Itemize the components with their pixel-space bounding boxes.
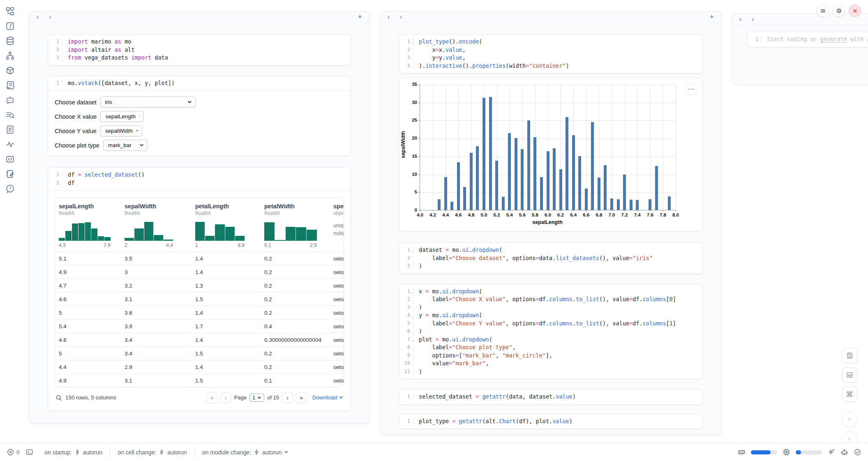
on-module-change-mode[interactable]: on module change: autorun (195, 449, 296, 456)
code-editor[interactable]: 1⌄dataset = mo.ui.dropdown(2 label="Choo… (399, 243, 702, 274)
column-next-button[interactable]: › (49, 14, 61, 20)
fold-caret-icon[interactable]: ⌄ (411, 246, 413, 255)
code-line[interactable]: 10 value="mark_bar", (399, 360, 702, 368)
column-header-sepalLength[interactable]: sepalLengthfloat644.37.9 (55, 203, 121, 251)
code-editor[interactable]: 1⌄x = mo.ui.dropdown(2 label="Choose X v… (399, 284, 702, 379)
cell-selected-dataset[interactable]: 1selected_dataset = getattr(data, datase… (399, 389, 703, 405)
table-row[interactable]: 4.42.91.40.2setosa (55, 360, 344, 373)
stop-button[interactable] (842, 412, 857, 427)
cell-dataset-dropdown[interactable]: 1⌄dataset = mo.ui.dropdown(2 label="Choo… (399, 242, 703, 274)
x-value-select[interactable]: sepalLength (100, 111, 144, 122)
code-line[interactable]: 4).interactive().properties(width="conta… (399, 62, 702, 70)
code-line[interactable]: 3 y=y.value, (399, 54, 702, 62)
altair-bar-chart[interactable]: 4.04.24.44.64.85.05.25.45.65.86.06.26.46… (420, 85, 675, 210)
page-select[interactable]: 1 (249, 394, 264, 402)
code-line[interactable]: 8 label="Choose plot type", (399, 343, 702, 352)
search-logs-icon[interactable] (5, 110, 15, 120)
on-startup-mode[interactable]: on startup: autorun (37, 449, 110, 456)
chart-menu-button[interactable] (685, 83, 697, 95)
scratchpad-icon[interactable] (5, 169, 15, 179)
code-line[interactable]: 1⌄plot_type().encode( (399, 38, 702, 46)
code-line[interactable]: 9 options=["mark_bar", "mark_circle"], (399, 352, 702, 360)
cell-vstack[interactable]: 1mo.vstack([dataset, x, y, plot]) Choose… (48, 76, 351, 157)
table-row[interactable]: 4.73.21.30.2setosa (55, 279, 344, 292)
code-line[interactable]: 6) (399, 327, 702, 336)
fold-caret-icon[interactable]: ⌄ (411, 336, 413, 345)
column-next-button[interactable]: › (400, 14, 412, 20)
table-row[interactable]: 4.931.40.2setosa (55, 265, 344, 279)
column-next-button[interactable]: › (752, 16, 764, 23)
code-line[interactable]: 1plot_type = getattr(alt.Chart(df), plot… (399, 417, 702, 426)
ai-sparkle-icon[interactable] (827, 448, 835, 456)
code-line[interactable]: 4⌄y = mo.ui.dropdown( (399, 311, 702, 320)
y-value-select[interactable]: sepalWidth (100, 125, 142, 136)
fold-caret-icon[interactable]: ⌄ (411, 288, 413, 297)
cell-plot[interactable]: 1⌄plot_type().encode(2 x=x.value,3 y=y.v… (399, 34, 703, 74)
code-line[interactable]: 1 Start coding or generate with AI (747, 35, 868, 44)
download-button[interactable]: Download (312, 394, 343, 401)
table-row[interactable]: 5.13.51.40.2setosa (55, 251, 344, 265)
dataset-select[interactable]: iris (100, 97, 196, 108)
generate-with-ai-link[interactable]: generate (820, 36, 847, 42)
next-page-button[interactable]: › (282, 392, 293, 403)
code-line[interactable]: 3) (399, 304, 702, 312)
search-icon[interactable] (55, 394, 62, 401)
ai-chat-icon[interactable] (5, 95, 15, 105)
on-cell-change-mode[interactable]: on cell change: autorun (110, 449, 194, 456)
table-row[interactable]: 4.93.11.50.1setosa (55, 373, 344, 387)
logs-icon[interactable] (5, 81, 15, 90)
add-cell-button[interactable]: + (709, 13, 714, 21)
command-palette-button[interactable]: ⌘ (842, 387, 857, 402)
last-page-button[interactable]: » (296, 392, 307, 403)
settings-button[interactable] (833, 5, 845, 17)
table-row[interactable]: 4.63.11.50.2setosa (55, 292, 344, 306)
help-icon[interactable]: ? (5, 184, 15, 194)
code-editor[interactable]: 1import marimo as mo2import altair as al… (48, 35, 351, 65)
connection-status-icon[interactable] (854, 448, 861, 456)
code-line[interactable]: 1df = selected_dataset() (48, 171, 351, 179)
column-header-sepalWidth[interactable]: sepalWidthfloat6424.4 (121, 203, 192, 251)
layout-button[interactable] (842, 367, 857, 383)
column-header-petalLength[interactable]: petalLengthfloat6416.9 (192, 203, 261, 251)
file-explorer-icon[interactable] (5, 7, 15, 16)
code-line[interactable]: 2 label="Choose X value", options=df.col… (399, 295, 702, 304)
code-editor[interactable]: 1plot_type = getattr(alt.Chart(df), plot… (399, 414, 702, 429)
cell-imports[interactable]: 1import marimo as mo2import altair as al… (48, 34, 351, 66)
terminal-icon[interactable] (25, 448, 33, 456)
code-line[interactable]: 2import altair as alt (48, 46, 351, 54)
fold-caret-icon[interactable]: ⌄ (411, 38, 413, 47)
code-line[interactable]: 3from vega_datasets import data (48, 54, 351, 62)
menu-button[interactable] (817, 5, 829, 17)
code-line[interactable]: 11) (399, 368, 702, 376)
fold-caret-icon[interactable]: ⌄ (411, 311, 413, 320)
code-line[interactable]: 1import marimo as mo (48, 38, 351, 46)
code-editor[interactable]: 1selected_dataset = getattr(data, datase… (399, 390, 702, 404)
cell-empty[interactable]: 1 Start coding or generate with AI (747, 32, 868, 47)
code-editor[interactable]: 1⌄plot_type().encode(2 x=x.value,3 y=y.v… (399, 35, 702, 73)
snippets-icon[interactable] (5, 154, 15, 164)
code-line[interactable]: 1selected_dataset = getattr(data, datase… (399, 393, 702, 401)
code-line[interactable]: 1⌄dataset = mo.ui.dropdown( (399, 246, 702, 254)
code-editor[interactable]: 1mo.vstack([dataset, x, y, plot]) (48, 76, 351, 91)
functions-icon[interactable]: f (5, 21, 15, 31)
dependency-graph-icon[interactable] (5, 51, 15, 60)
errors-icon[interactable] (7, 448, 14, 456)
close-button[interactable] (849, 5, 861, 17)
code-line[interactable]: 3) (399, 262, 702, 270)
code-editor[interactable]: 1df = selected_dataset()2df (48, 168, 351, 190)
code-line[interactable]: 1mo.vstack([dataset, x, y, plot]) (48, 79, 351, 88)
column-prev-button[interactable]: ‹ (37, 14, 49, 20)
ai-assistant-icon[interactable] (840, 448, 848, 456)
tracing-icon[interactable] (5, 140, 15, 149)
table-row[interactable]: 4.63.41.40.30000000000000004setosa (55, 333, 344, 346)
column-header-species[interactable]: speciesobjectuniquenulls: (330, 203, 344, 251)
prev-page-button[interactable]: ‹ (220, 392, 231, 403)
save-button[interactable] (842, 348, 857, 363)
table-row[interactable]: 53.61.40.2setosa (55, 306, 344, 319)
cell-plot-type[interactable]: 1plot_type = getattr(alt.Chart(df), plot… (399, 414, 703, 429)
add-cell-button[interactable]: + (358, 13, 362, 21)
code-editor[interactable]: 1 Start coding or generate with AI (747, 32, 868, 47)
code-line[interactable]: 5 label="Choose Y value", options=df.col… (399, 320, 702, 328)
cell-dataframe[interactable]: 1df = selected_dataset()2df sepalLengthf… (48, 167, 351, 411)
plot-type-select[interactable]: mark_bar (103, 140, 148, 151)
